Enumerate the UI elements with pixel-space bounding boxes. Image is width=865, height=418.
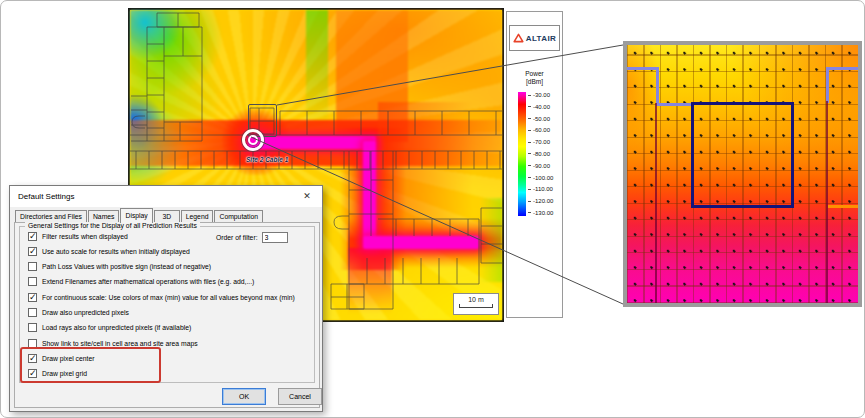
checkbox-row-path-loss-positive: Path Loss Values with positive sign (ins… <box>28 262 218 272</box>
checkbox[interactable] <box>28 247 37 256</box>
altair-triangle-icon <box>513 33 524 43</box>
screenshot-canvas: Site 2 Cable 1 10 m ALTAIR Power [dBm] -… <box>0 0 865 418</box>
tick-dash <box>528 165 531 166</box>
tick-row: -80.00 <box>528 151 562 157</box>
wall-line <box>826 67 829 103</box>
legend-title-unit: [dBm] <box>507 78 562 86</box>
tab-computation[interactable]: Computation <box>214 210 263 222</box>
tick-row: -70.00 <box>528 139 562 145</box>
tick-row: -90.00 <box>528 163 562 169</box>
dialog-title: Default Settings <box>10 192 74 201</box>
checkbox[interactable] <box>28 262 37 271</box>
tick-row: -50.00 <box>528 116 562 122</box>
building-outline <box>691 102 794 208</box>
tick-row: -130.00 <box>528 210 562 216</box>
dialog-titlebar[interactable]: Default Settings ✕ <box>10 186 322 207</box>
map-scale: 10 m <box>453 293 499 315</box>
cancel-button[interactable]: Cancel <box>278 388 322 405</box>
site-marker-inner-ring <box>248 135 258 145</box>
tick-dash <box>528 106 531 107</box>
legend-panel: ALTAIR Power [dBm] -30.00 -40.00 -50.00 … <box>506 11 563 318</box>
wall-line-orange <box>828 205 858 208</box>
legend-title-power: Power <box>507 70 562 78</box>
tick-row: -40.00 <box>528 104 562 110</box>
tick-dash <box>528 95 531 96</box>
ok-button[interactable]: OK <box>222 388 266 405</box>
tick-dash <box>528 189 531 190</box>
tick-dash <box>528 118 531 119</box>
wall-line <box>656 103 693 106</box>
close-icon[interactable]: ✕ <box>296 186 318 206</box>
tick-dash <box>528 153 531 154</box>
default-settings-dialog: Default Settings ✕ Directories and Files… <box>9 185 323 412</box>
order-of-filter-label: Order of filter: <box>216 234 258 241</box>
tick-row: -110.00 <box>528 186 562 192</box>
wall-line <box>656 67 659 104</box>
zoomed-pixel-view <box>623 41 862 307</box>
checkbox-row-filter-results: Filter results when displayed <box>28 231 218 241</box>
altair-brand-text: ALTAIR <box>526 34 557 43</box>
altair-logo: ALTAIR <box>509 25 560 51</box>
map-scale-label: 10 m <box>468 296 484 303</box>
wall-line-dark <box>655 103 657 303</box>
tick-row: -60.00 <box>528 127 562 133</box>
tab-legend[interactable]: Legend <box>181 210 214 222</box>
tab-names[interactable]: Names <box>88 210 120 222</box>
site-marker[interactable] <box>242 129 264 151</box>
tick-dash <box>528 177 531 178</box>
tick-dash <box>528 201 531 202</box>
checkbox[interactable] <box>28 293 37 302</box>
site-label: Site 2 Cable 1 <box>246 156 288 163</box>
power-colorbar <box>518 92 526 216</box>
checkbox[interactable] <box>28 277 37 286</box>
tick-row: -120.00 <box>528 198 562 204</box>
tab-directories-and-files[interactable]: Directories and Files <box>15 210 87 222</box>
tick-dash <box>528 142 531 143</box>
checkbox[interactable] <box>28 308 37 317</box>
tick-row: -30.00 <box>528 92 562 98</box>
colorbar-ticks: -30.00 -40.00 -50.00 -60.00 -70.00 -80.0… <box>528 92 562 216</box>
checkbox[interactable] <box>28 323 37 332</box>
checkbox-row-continuous-scale: For continuous scale: Use colors of max … <box>28 292 218 302</box>
dialog-tab-strip: Directories and Files Names Display 3D L… <box>15 208 264 222</box>
groupbox-title: General Settings for the Display of all … <box>25 222 200 229</box>
checkbox-row-extend-filenames: Extend Filenames after mathematical oper… <box>28 277 218 287</box>
wall-line <box>826 67 858 70</box>
checkbox-row-auto-scale: Use auto scale for results when initiall… <box>28 246 218 256</box>
map-scale-bar <box>459 304 493 308</box>
order-of-filter-input[interactable] <box>262 232 288 243</box>
red-highlight-rectangle <box>20 347 161 383</box>
tab-display[interactable]: Display <box>120 208 152 223</box>
checkbox-row-load-rays: Load rays also for unpredicted pixels (i… <box>28 323 218 333</box>
tick-dash <box>528 130 531 131</box>
tick-dash <box>528 212 531 213</box>
tick-row: -100.00 <box>528 175 562 181</box>
tab-3d[interactable]: 3D <box>154 210 180 222</box>
wall-line <box>627 67 657 70</box>
checkbox-row-unpredicted-pixels: Draw also unpredicted pixels <box>28 308 218 318</box>
checkbox[interactable] <box>28 232 37 241</box>
order-of-filter: Order of filter: <box>216 232 288 243</box>
legend-title: Power [dBm] <box>507 70 562 86</box>
wall-line-dark <box>826 101 828 303</box>
